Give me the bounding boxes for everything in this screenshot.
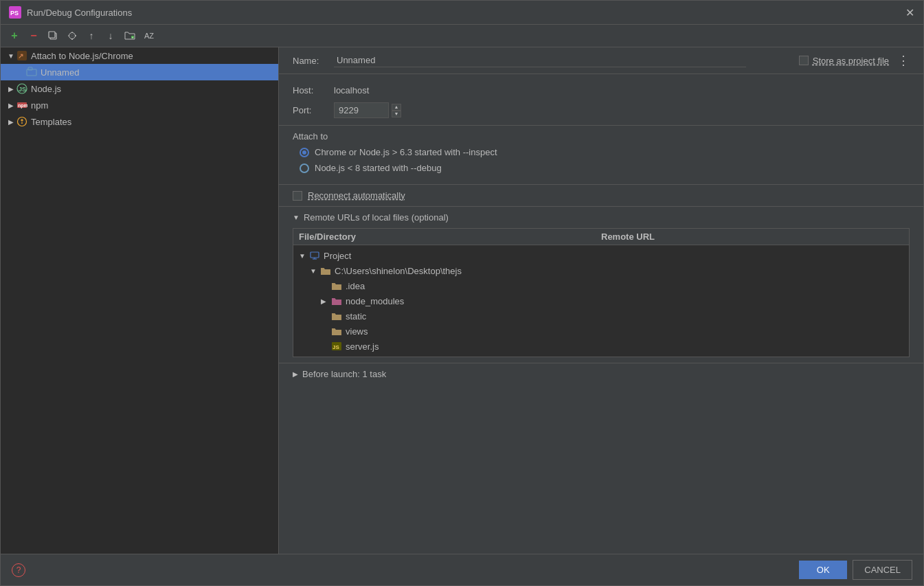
bottom-left: ?: [12, 563, 25, 577]
port-input-wrap: ▲ ▼: [334, 102, 401, 118]
reconnect-checkbox[interactable]: [293, 191, 302, 201]
folder-views-icon: [330, 325, 343, 337]
right-panel: Name: Store as project file ⋮ Host: loca…: [279, 47, 923, 554]
copy-button[interactable]: [45, 27, 61, 44]
left-panel: ▼ ↗ Attach to Node.js/Chrome: [1, 47, 279, 554]
remote-urls-header[interactable]: ▼ Remote URLs of local files (optional): [279, 207, 923, 228]
radio-chrome-inspect[interactable]: [300, 148, 309, 157]
radio-row-2: Node.js < 8 started with --debug: [293, 163, 910, 173]
tree-arrow-attach: ▼: [6, 51, 16, 60]
idea-label: .idea: [346, 281, 365, 291]
tree-arrow-npm: ▶: [6, 100, 16, 110]
col-header-file: File/Directory: [299, 232, 601, 242]
app-icon: PS: [9, 6, 21, 19]
svg-text:+: +: [132, 35, 134, 39]
settings-button[interactable]: [64, 27, 80, 44]
folder-static-icon: [330, 310, 343, 322]
tree-row-static[interactable]: ▶ static: [293, 308, 909, 324]
store-check-box[interactable]: [799, 56, 809, 65]
tree-row-project[interactable]: ▼ Project: [293, 248, 909, 263]
radio-nodejs-debug[interactable]: [300, 164, 309, 173]
tree-row-serverjs[interactable]: ▶ JS server.js: [293, 339, 909, 354]
folder-idea-icon: [330, 280, 343, 292]
before-launch-section: ▶ Before launch: 1 task: [279, 363, 923, 385]
svg-rect-19: [311, 252, 319, 258]
js-file-icon: JS: [330, 340, 343, 352]
form-area: Host: localhost Port: ▲ ▼: [279, 74, 923, 125]
svg-text:JS: JS: [333, 344, 339, 350]
desktop-path-label: C:\Users\shinelon\Desktop\thejs: [335, 266, 462, 276]
sidebar-item-nodejs[interactable]: ▶ JS Node.js: [1, 80, 278, 97]
monitor-icon: [308, 249, 321, 262]
tree-row-idea[interactable]: ▶ .idea: [293, 278, 909, 293]
sidebar-item-templates-label: Templates: [31, 117, 273, 127]
more-options-button[interactable]: ⋮: [897, 53, 910, 68]
tree-row-desktop[interactable]: ▼ C:\Users\shinelon\Desktop\thejs: [293, 263, 909, 278]
run-debug-dialog: PS Run/Debug Configurations ✕ + −: [0, 0, 924, 586]
folder-nodemodules-icon: [330, 295, 343, 307]
attach-icon: ↗: [16, 49, 28, 62]
folder-desktop-icon: [319, 264, 332, 277]
before-launch-label: Before launch: 1 task: [302, 369, 386, 379]
before-launch-header[interactable]: ▶ Before launch: 1 task: [279, 363, 923, 385]
port-input[interactable]: [334, 102, 389, 118]
tree-arrow-unnamed: [6, 67, 25, 77]
file-tree: ▼ Project ▼: [293, 245, 909, 357]
node-modules-label: node_modules: [346, 296, 404, 306]
file-table-header: File/Directory Remote URL: [293, 229, 909, 245]
add-button[interactable]: +: [6, 27, 23, 44]
down-button[interactable]: ↓: [102, 27, 119, 44]
radio-label-1: Chrome or Node.js > 6.3 started with --i…: [315, 147, 497, 157]
sidebar-item-attach[interactable]: ▼ ↗ Attach to Node.js/Chrome: [1, 47, 278, 64]
port-up-button[interactable]: ▲: [392, 104, 401, 111]
port-down-button[interactable]: ▼: [392, 111, 401, 117]
static-label: static: [346, 311, 366, 322]
tree-row-views[interactable]: ▶ views: [293, 324, 909, 339]
toolbar: + − ↑ ↓: [1, 25, 923, 47]
sidebar-item-unnamed-label: Unnamed: [41, 67, 273, 78]
tree-row-node-modules[interactable]: ▶ node_modules: [293, 293, 909, 308]
attach-to-section: Attach to Chrome or Node.js > 6.3 starte…: [279, 126, 923, 184]
views-label: views: [346, 326, 368, 337]
az-button[interactable]: AZ: [141, 27, 157, 44]
cancel-button[interactable]: CANCEL: [853, 560, 912, 580]
sidebar-item-templates[interactable]: ▶ Templates: [1, 113, 278, 130]
name-input[interactable]: [334, 54, 746, 67]
store-label: Store as project file: [813, 56, 889, 66]
bottom-right: OK CANCEL: [799, 560, 912, 580]
project-label: Project: [324, 251, 351, 261]
sidebar-item-nodejs-label: Node.js: [31, 84, 273, 94]
svg-point-18: [21, 122, 23, 124]
svg-text:PS: PS: [10, 10, 19, 16]
close-button[interactable]: ✕: [904, 7, 915, 18]
reconnect-label: Reconnect automatically: [308, 190, 405, 201]
serverjs-label: server.js: [346, 341, 379, 352]
templates-icon: [16, 115, 28, 128]
folder-button[interactable]: +: [122, 27, 138, 44]
header-right: Store as project file ⋮: [799, 53, 910, 68]
reconnect-row: Reconnect automatically: [279, 184, 923, 206]
top-header: Name: Store as project file ⋮: [279, 47, 923, 74]
radio-label-2: Node.js < 8 started with --debug: [315, 163, 442, 173]
remove-button[interactable]: −: [25, 27, 42, 44]
npm-icon: npm: [16, 99, 28, 111]
svg-rect-3: [49, 32, 55, 38]
node-icon: JS: [16, 82, 28, 95]
svg-rect-12: [28, 67, 32, 70]
sidebar-item-npm[interactable]: ▶ npm npm: [1, 97, 278, 113]
bottom-bar: ? OK CANCEL: [1, 554, 923, 585]
remote-urls-label: Remote URLs of local files (optional): [304, 212, 449, 223]
host-row: Host: localhost: [293, 85, 910, 95]
main-content: ▼ ↗ Attach to Node.js/Chrome: [1, 47, 923, 554]
unnamed-icon: [25, 66, 38, 78]
sidebar-item-unnamed[interactable]: Unnamed: [1, 64, 278, 80]
title-bar-left: PS Run/Debug Configurations: [9, 6, 132, 19]
ok-button[interactable]: OK: [799, 561, 847, 579]
svg-text:↗: ↗: [18, 52, 23, 60]
up-button[interactable]: ↑: [83, 27, 100, 44]
svg-point-6: [71, 34, 74, 37]
attach-to-label: Attach to: [293, 131, 910, 142]
port-label: Port:: [293, 105, 334, 115]
file-table: File/Directory Remote URL ▼: [293, 228, 910, 357]
help-button[interactable]: ?: [12, 563, 25, 577]
